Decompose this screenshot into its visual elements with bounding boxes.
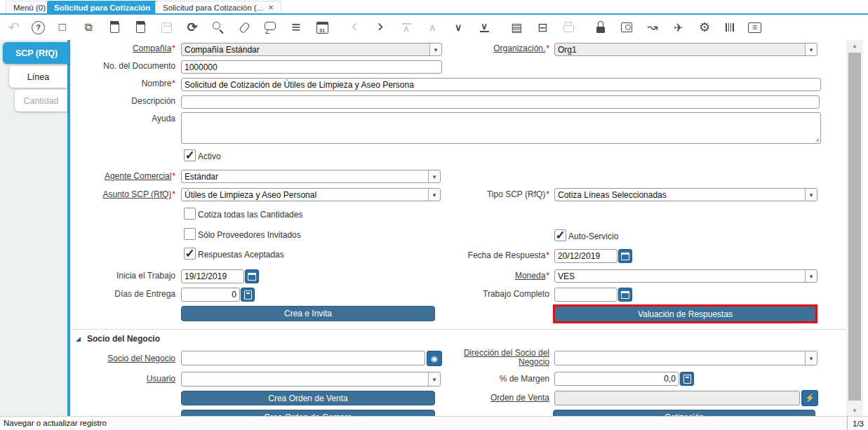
delete-selection-icon[interactable] <box>132 19 149 36</box>
no-documento-field[interactable]: 1000000 <box>181 60 442 74</box>
sidebar-tab-label: Línea <box>27 72 49 82</box>
calendar-picker-button[interactable] <box>618 249 632 263</box>
tab-inactive-label: Solicitud para Cotización (... <box>163 4 263 12</box>
label-ayuda: Ayuda <box>70 114 175 123</box>
no-documento-value: 1000000 <box>185 62 218 72</box>
product-info-icon[interactable] <box>722 19 739 36</box>
organizacion-field[interactable]: Org1 <box>554 43 817 56</box>
business-partner-info-button[interactable] <box>427 351 442 366</box>
compania-field[interactable]: Compañía Estándar <box>181 43 442 56</box>
tipo-scp-field[interactable]: Cotiza Líneas Seleccionadas <box>554 188 817 201</box>
orden-venta-field[interactable] <box>554 391 800 405</box>
inicia-trabajo-value: 19/12/2019 <box>185 271 227 281</box>
label-direccion-socio[interactable]: Dirección del Socio del Negocio <box>449 349 549 367</box>
auto-servicio-checkbox[interactable]: ✓ <box>554 229 566 241</box>
archive-icon[interactable] <box>534 19 551 36</box>
activo-checkbox[interactable]: ✓ <box>184 149 196 161</box>
sidebar-tab-linea[interactable]: Línea <box>9 66 67 88</box>
undo-icon[interactable] <box>6 19 22 36</box>
nombre-value: Solicitud de Cotización de Útiles de Lim… <box>185 80 414 90</box>
parent-tab-icon[interactable] <box>398 19 415 36</box>
label-compania[interactable]: Compañía <box>70 44 175 53</box>
calculator-button[interactable] <box>241 288 255 302</box>
crea-orden-venta-button[interactable]: Crea Orden de Venta <box>181 391 435 405</box>
refresh-icon[interactable] <box>184 19 201 36</box>
calendar-picker-button[interactable] <box>618 288 632 302</box>
calendar-icon[interactable] <box>314 19 330 36</box>
usuario-field[interactable] <box>181 372 441 387</box>
label-usuario[interactable]: Usuario <box>70 375 175 384</box>
scroll-down-icon[interactable]: ▼ <box>846 405 863 416</box>
inicia-trabajo-field[interactable]: 19/12/2019 <box>181 269 244 283</box>
sidebar-tab-scp-rfq[interactable]: SCP (RfQ) <box>3 42 70 64</box>
label-margen: % de Margen <box>449 375 549 384</box>
respuestas-aceptadas-checkbox[interactable]: ✓ <box>184 248 196 260</box>
compania-value: Compañía Estándar <box>185 45 260 55</box>
close-icon[interactable] <box>268 3 274 12</box>
label-no-documento: No. del Documento <box>70 62 175 71</box>
find-icon[interactable] <box>210 19 227 36</box>
tab-solicitud-cotizacion-2[interactable]: Solicitud para Cotización (... <box>155 1 281 13</box>
socio-negocio-field[interactable] <box>181 351 425 365</box>
workflow-icon[interactable] <box>644 19 661 36</box>
label-agente-comercial[interactable]: Agente Comercial <box>70 172 175 181</box>
delete-record-icon[interactable] <box>106 19 123 36</box>
moneda-field[interactable]: VES <box>554 269 817 283</box>
chevron-up-icon[interactable] <box>424 19 441 36</box>
label-organizacion[interactable]: Organización. <box>449 44 549 53</box>
print-icon[interactable] <box>560 19 577 36</box>
asunto-scp-value: Útiles de Limpieza y Aseo Personal <box>185 190 316 200</box>
label-trabajo-completo: Trabajo Completo <box>449 290 549 299</box>
scrollbar-thumb[interactable] <box>848 53 861 401</box>
label-socio-negocio[interactable]: Socio del Negocio <box>70 354 175 363</box>
margen-value: 0,0 <box>664 374 676 384</box>
calendar-picker-button[interactable] <box>245 269 259 283</box>
copy-record-icon[interactable] <box>80 19 97 36</box>
lock-icon[interactable] <box>592 19 609 36</box>
calculator-button[interactable] <box>680 372 694 386</box>
solo-proveedores-checkbox[interactable] <box>184 228 196 240</box>
report-icon[interactable] <box>508 19 525 36</box>
agente-comercial-value: Estándar <box>185 172 218 182</box>
nombre-field[interactable]: Solicitud de Cotización de Útiles de Lim… <box>181 78 821 91</box>
ayuda-field[interactable] <box>181 112 821 144</box>
resize-handle-icon[interactable] <box>815 137 819 142</box>
trabajo-completo-field[interactable] <box>554 288 617 302</box>
zoom-across-icon[interactable] <box>618 19 635 36</box>
fecha-respuesta-field[interactable]: 20/12/2019 <box>554 249 617 263</box>
valuacion-respuestas-button[interactable]: Valuación de Respuestas <box>555 307 815 321</box>
label-asunto-scp[interactable]: Asunto SCP (RfQ) <box>70 190 175 199</box>
tab-solicitud-cotizacion-active[interactable]: Solicitud para Cotización <box>47 1 168 14</box>
direccion-socio-field[interactable] <box>554 351 817 365</box>
help-icon[interactable] <box>32 21 45 34</box>
crea-e-invita-button[interactable]: Crea e Invita <box>181 306 435 321</box>
collapse-triangle-icon[interactable] <box>76 335 81 342</box>
scroll-up-icon[interactable]: ▲ <box>846 40 863 51</box>
record-indicator: 1/3 <box>847 417 868 430</box>
save-icon[interactable] <box>158 19 175 36</box>
new-record-icon[interactable] <box>54 19 71 36</box>
next-record-icon[interactable] <box>372 19 389 36</box>
preferences-icon[interactable] <box>696 19 713 36</box>
attachment-icon[interactable] <box>236 19 253 36</box>
previous-record-icon[interactable] <box>346 19 363 36</box>
auto-servicio-label: Auto-Servicio <box>568 231 618 241</box>
send-mail-icon[interactable] <box>670 19 687 36</box>
margen-field[interactable]: 0,0 <box>554 372 679 386</box>
cotiza-todas-checkbox[interactable] <box>184 208 196 220</box>
grid-toggle-icon[interactable] <box>288 19 305 36</box>
tab-menu[interactable]: Menú (0) <box>6 1 53 13</box>
label-moneda[interactable]: Moneda <box>449 271 549 281</box>
agente-comercial-field[interactable]: Estándar <box>181 170 441 183</box>
label-orden-venta[interactable]: Orden de Venta <box>449 394 549 403</box>
chevron-down-icon[interactable] <box>450 19 467 36</box>
asunto-scp-field[interactable]: Útiles de Limpieza y Aseo Personal <box>181 188 441 201</box>
dias-entrega-field[interactable]: 0 <box>181 288 240 302</box>
vertical-scrollbar[interactable]: ▲ ▼ <box>846 40 863 416</box>
detail-tab-icon[interactable] <box>476 19 493 36</box>
chat-icon[interactable] <box>262 19 279 36</box>
status-bar: Navegar o actualizar registro 1/3 <box>0 416 868 430</box>
zoom-document-button[interactable] <box>801 390 818 406</box>
window-report-icon[interactable] <box>748 22 761 33</box>
descripcion-field[interactable] <box>181 95 820 109</box>
